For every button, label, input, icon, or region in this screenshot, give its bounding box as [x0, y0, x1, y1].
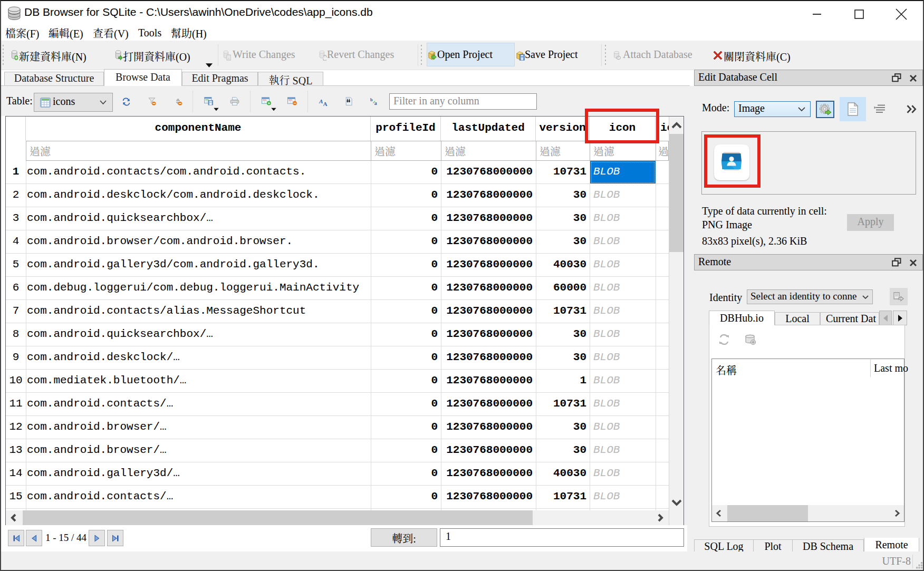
svg-text:A: A — [323, 101, 328, 107]
svg-text:b: b — [370, 98, 373, 102]
svg-text:A: A — [319, 98, 323, 104]
